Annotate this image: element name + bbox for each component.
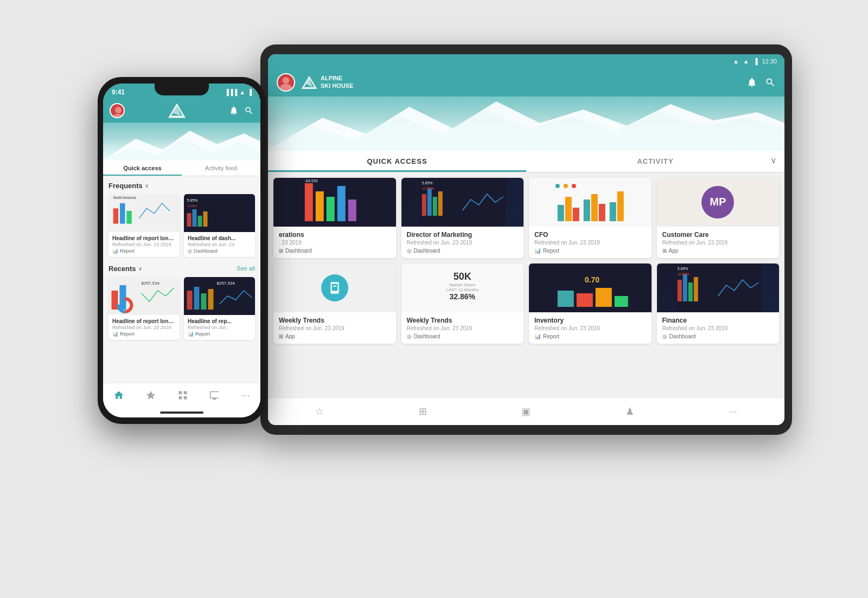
svg-rect-24 [584, 200, 590, 221]
recent-card-2-title: Headline of rep... [188, 318, 251, 324]
svg-text:5.85%: 5.85% [422, 181, 432, 185]
svg-rect-26 [599, 204, 605, 221]
frequents-chevron-icon[interactable]: ∨ [145, 183, 149, 189]
finance-card[interactable]: 5.85% -0.99% Finance Refreshed on Jun. 2… [657, 263, 780, 344]
phone-bottom-nav: ··· [103, 383, 260, 408]
tablet-card-grid: -64.533 erations . 23 2019 ⊞ Dashboard [273, 178, 779, 344]
svg-rect-8 [316, 191, 324, 221]
svg-rect-11 [348, 200, 356, 221]
freq-card-2[interactable]: 5.85% -0.99% Headline of dash... Refresh… [184, 194, 255, 257]
svg-rect-13 [419, 178, 506, 227]
svg-rect-43 [682, 274, 687, 301]
phone-nav-home[interactable] [111, 388, 126, 403]
phone-tab-quick-access[interactable]: Quick access [103, 160, 182, 176]
weekly-trends-app-icon [321, 274, 348, 301]
svg-rect-25 [591, 194, 598, 221]
inventory-card[interactable]: 0.70 Inventory Refreshed on Jun. 23 2019 [529, 263, 652, 344]
report-icon-4: 📊 [112, 331, 118, 337]
freq-card-1-type: 📊 Report [112, 248, 176, 254]
search-icon[interactable] [765, 77, 776, 88]
svg-rect-66 [198, 216, 202, 227]
operations-subtitle: . 23 2019 [279, 240, 391, 246]
phone-nav-more[interactable]: ··· [239, 388, 252, 403]
operations-card[interactable]: -64.533 erations . 23 2019 ⊞ Dashboard [273, 178, 396, 258]
director-marketing-card[interactable]: 5.85% -0.99% Director of Marketing Refre… [401, 178, 524, 258]
operations-type: ⊞ Dashboard [279, 248, 391, 254]
phone-header-actions [229, 106, 254, 115]
notification-icon[interactable] [746, 77, 757, 88]
phone-user-avatar[interactable] [110, 103, 125, 118]
svg-rect-78 [201, 293, 207, 310]
svg-rect-33 [331, 284, 337, 291]
weekly-trends-app-type: ⊞ App [279, 333, 391, 339]
recent-card-2-type: 📊 Report [188, 331, 251, 337]
weekly-trends-app-subtitle: Refreshed on Jun. 23 2019 [279, 325, 391, 331]
phone-search-icon[interactable] [244, 106, 254, 115]
svg-text:-0.99%: -0.99% [187, 204, 198, 208]
user-avatar[interactable] [277, 73, 295, 92]
logo-text: ALPINE SKI HOUSE [321, 75, 354, 89]
tablet-status-bar: ▲ ▲ ▐ 12:30 [268, 54, 784, 68]
svg-rect-34 [333, 285, 337, 286]
customer-care-subtitle: Refreshed on Jun. 23 2019 [662, 240, 774, 246]
recents-chevron-icon[interactable]: ∨ [138, 266, 142, 272]
chevron-down-icon[interactable]: ∨ [770, 155, 777, 165]
phone-screen: 9:41 ▐▐▐ ▲ ▐ ALPINE [103, 83, 260, 417]
recent-card-1[interactable]: $257,534 Headline of report long ano... … [108, 277, 180, 340]
see-all-button[interactable]: See all [237, 265, 255, 272]
mountain-svg [268, 97, 784, 151]
tablet-nav-people[interactable]: ♟ [615, 401, 645, 422]
report-icon-2: 📊 [534, 333, 541, 339]
phone-notification-icon[interactable] [229, 106, 239, 115]
phone-home-bar [103, 408, 260, 417]
phone-notch [155, 83, 209, 95]
logo-icon [301, 75, 318, 90]
director-marketing-subtitle: Refreshed on Jun. 23 2019 [407, 240, 519, 246]
tablet-wifi-icon: ▲ [743, 58, 749, 65]
svg-rect-69 [112, 291, 118, 310]
svg-text:0.70: 0.70 [585, 275, 599, 284]
frequents-title: Frequents [108, 182, 143, 190]
phone-wifi-icon: ▲ [239, 89, 245, 95]
cfo-title: CFO [534, 231, 646, 239]
phone-battery-icon: ▐ [247, 89, 252, 95]
weekly-trends-dash-card[interactable]: 50K Market ShareLAST 12 Months 32.86% We… [401, 263, 524, 344]
frequents-header: Frequents ∨ [108, 182, 255, 190]
freq-card-2-subtitle: Refreshed on Jun. 23 [188, 242, 251, 247]
dashboard-icon: ◎ [407, 248, 412, 254]
phone-nav-favorites[interactable] [143, 388, 158, 403]
tablet-header-actions [746, 77, 776, 88]
recent-card-2[interactable]: $257,534 Headline of rep... Refreshed on… [184, 277, 255, 340]
tablet-battery-icon: ▐ [754, 58, 758, 65]
cfo-card[interactable]: CFO Refreshed on Jun. 23 2019 📊 Report [529, 178, 652, 258]
customer-care-card[interactable]: MP Customer Care Refreshed on Jun. 23 20… [657, 178, 780, 258]
weekly-trends-dash-title: Weekly Trends [407, 317, 519, 324]
phone-nav-monitor[interactable] [207, 388, 222, 403]
svg-text:-64.533: -64.533 [305, 179, 318, 183]
inventory-type: 📊 Report [534, 333, 646, 339]
freq-card-2-type: ◎ Dashboard [188, 248, 251, 254]
phone-header: ALPINE [103, 99, 260, 123]
tablet-nav-apps[interactable]: ⊞ [408, 401, 438, 422]
tablet-nav-favorites[interactable]: ☆ [304, 401, 335, 422]
svg-point-30 [564, 184, 568, 188]
tablet-nav-more[interactable]: ··· [718, 402, 748, 422]
tab-activity[interactable]: ACTIVITY [526, 151, 784, 172]
phone-status-icons: ▐▐▐ ▲ ▐ [225, 89, 252, 95]
svg-rect-41 [674, 263, 761, 312]
phone-nav-grid[interactable] [175, 388, 190, 403]
weekly-trends-app-card[interactable]: Weekly Trends Refreshed on Jun. 23 2019 … [273, 263, 396, 344]
tab-quick-access[interactable]: QUICK ACCESS [268, 151, 526, 172]
report-icon-3: 📊 [112, 248, 118, 254]
svg-rect-59 [126, 211, 131, 224]
recent-card-1-subtitle: Refreshed on Jun. 23 2019 [112, 325, 176, 330]
home-bar-line [160, 411, 203, 414]
phone-tab-activity-feed[interactable]: Activity feed [182, 160, 260, 176]
phone-signal-icon: ▐▐▐ [225, 89, 237, 95]
recent-card-1-title: Headline of report long ano... [112, 318, 176, 324]
freq-card-1[interactable]: North America Headline of report long an… [108, 194, 180, 257]
tablet-nav-reports[interactable]: ▣ [510, 401, 541, 422]
svg-point-49 [113, 114, 124, 118]
dashboard-icon-2: ◎ [407, 333, 412, 339]
svg-text:5.85%: 5.85% [677, 267, 688, 271]
